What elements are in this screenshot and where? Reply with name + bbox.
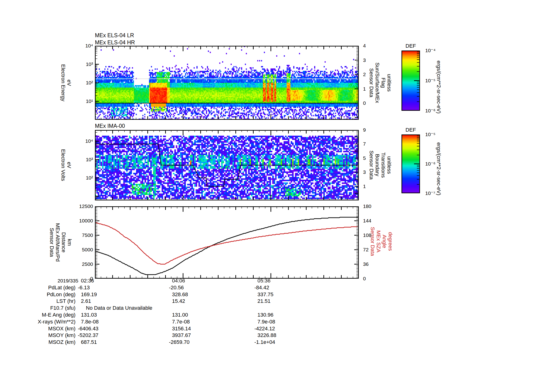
els-ytick: 10³ <box>74 61 93 67</box>
els-colorbar-canvas <box>402 50 420 111</box>
altitude-sza-plot-canvas <box>95 206 359 279</box>
ima-spectrogram-canvas <box>95 130 359 200</box>
sza-ytick: 108 <box>363 232 371 238</box>
table-value: -6406.43 <box>78 326 98 332</box>
alt-ytick: 7500 <box>72 232 93 238</box>
table-value: 3226.88 <box>257 332 277 338</box>
ima-ytick: 10² <box>74 175 93 181</box>
ima-boundary-tick: 5 <box>363 155 366 161</box>
table-value: -2659.70 <box>169 339 190 345</box>
table-row-label: LST (hr) <box>23 298 75 304</box>
table-row-label: PdLon (deg) <box>23 292 75 298</box>
els-cb-tick: 10⁻⁵ <box>425 78 435 84</box>
table-value: -1.1e+04 <box>254 339 275 345</box>
table-value: 3156.14 <box>172 326 191 332</box>
table-row-label: MSOY (km) <box>23 332 75 338</box>
table-value: 169.19 <box>81 292 97 298</box>
table-value: 7.8e-08 <box>81 319 99 325</box>
alt-ytick: 2500 <box>72 261 93 267</box>
sza-ytick: 144 <box>363 218 371 224</box>
table-row-label: M-E Ang (deg) <box>23 312 75 318</box>
els-ytick: 10¹ <box>74 98 93 104</box>
els-flag-tick: 4 <box>363 43 366 49</box>
alt-ytick: 10000 <box>72 218 93 224</box>
table-value: -6.13 <box>78 285 90 291</box>
ima-boundary-tick: 3 <box>363 169 366 175</box>
table-value: 337.75 <box>257 292 273 298</box>
table-value: 21.51 <box>257 298 270 304</box>
sza-ytick: 72 <box>363 247 368 253</box>
els-colorbar-title: DEF <box>402 43 420 49</box>
els-right-label: unitless Flag Sun/Surface/MEx Sensor Dat… <box>368 62 392 103</box>
table-value: 131.03 <box>81 312 97 318</box>
els-flag-tick: 1 <box>363 86 366 92</box>
table-row-label: MSOX (km) <box>23 326 75 332</box>
table-value: -20.56 <box>169 285 184 291</box>
ima-cb-tick: 10⁻⁶ <box>425 161 435 167</box>
table-value: 7.9e-08 <box>257 319 275 325</box>
els-title-hr: MEx ELS-04 HR <box>95 39 135 46</box>
ima-right-label: unitless Transitions Boundary Sensor Dat… <box>368 150 392 179</box>
els-ytick: 10² <box>74 80 93 86</box>
ima-colorbar-title: DEF <box>402 127 420 133</box>
table-value: 131.00 <box>172 312 188 318</box>
ima-colorbar-canvas <box>402 135 420 193</box>
els-flag-tick: 3 <box>363 57 366 63</box>
table-value: 130.96 <box>257 312 273 318</box>
alt-ytick: 5000 <box>72 247 93 253</box>
els-spectrogram-canvas <box>95 46 359 120</box>
sza-ytick: 0 <box>363 276 366 282</box>
els-cb-tick: 10⁻⁴ <box>425 47 435 54</box>
els-title-lr: MEx ELS-04 LR <box>95 32 134 38</box>
els-colorbar-units: ergs/(cm**2-sr-sec-eV) <box>436 60 442 114</box>
table-value: 15.42 <box>172 298 185 304</box>
sza-right-label: degrees Angle MEx SZA Sensor Data <box>370 227 394 256</box>
f107-no-data-note: No Data or Data Unavailable <box>86 305 152 311</box>
ima-ylabel: eV Electron Volts <box>60 149 72 181</box>
ima-title: MEx IMA-00 <box>95 123 125 129</box>
table-row-label: PdLat (deg) <box>23 285 75 291</box>
sza-ytick: 36 <box>363 261 368 267</box>
ima-boundary-tick: 7 <box>363 141 366 147</box>
table-value: 687.51 <box>81 339 97 345</box>
table-value: -4224.12 <box>254 326 275 332</box>
els-ylabel: eV Electron Energy <box>60 64 72 101</box>
line-ylabel: km Distance MEx Alt/Mars/Pd Sensor Data <box>49 223 73 262</box>
table-row-label: F10.7 (sfu) <box>23 305 75 311</box>
x-axis-time-label: 04:06 <box>172 278 185 284</box>
table-value: 2.61 <box>81 298 91 304</box>
table-row-label: X-rays (W/m**2) <box>23 319 75 325</box>
ima-ytick: 10⁴ <box>74 138 93 144</box>
ima-cb-tick: 10⁻⁵ <box>425 131 435 137</box>
table-value: -84.42 <box>254 285 269 291</box>
table-value: 328.68 <box>172 292 188 298</box>
x-axis-time-label: 02:36 <box>81 278 94 284</box>
table-value: -5202.37 <box>78 332 98 338</box>
sza-ytick: 180 <box>363 203 371 209</box>
els-flag-tick: 0 <box>363 100 366 106</box>
ima-boundary-tick: 9 <box>363 127 366 133</box>
ima-colorbar-units: ergs/(cm**2-sr-sec-eV) <box>436 142 442 195</box>
alt-ytick: 12500 <box>72 203 93 209</box>
els-ytick: 10⁴ <box>74 43 93 49</box>
table-row-label: MSOZ (km) <box>23 339 75 345</box>
table-value: 3937.67 <box>172 332 191 338</box>
ima-boundary-tick: 1 <box>363 183 366 189</box>
figure-root: MEx ELS-04 LR MEx ELS-04 HR MEx IMA-00 D… <box>0 0 555 392</box>
els-flag-tick: 2 <box>363 71 366 78</box>
x-axis-time-label: 05:36 <box>257 278 270 284</box>
table-value: 7.7e-08 <box>172 319 190 325</box>
ima-ytick: 10³ <box>74 157 93 163</box>
els-cb-tick: 10⁻⁶ <box>425 108 435 114</box>
ima-cb-tick: 10⁻⁷ <box>425 190 435 196</box>
